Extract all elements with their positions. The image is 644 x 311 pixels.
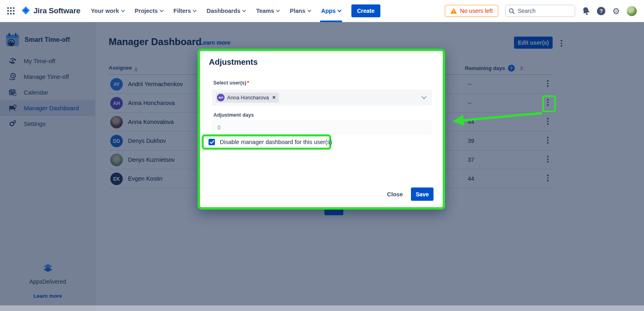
- adjustment-days-label: Adjustment days: [213, 112, 254, 118]
- chevron-down-icon: [276, 8, 280, 12]
- jira-logo[interactable]: Jira Software: [21, 6, 80, 16]
- warning-label: No users left: [460, 8, 493, 14]
- nav-item-filters[interactable]: Filters: [173, 0, 196, 22]
- annotation-arrow: [443, 105, 548, 128]
- adjustments-modal: Adjustments Select user(s)* AH Anna Honc…: [198, 49, 445, 210]
- app-window: Jira Software Your work Projects Filters…: [0, 0, 644, 311]
- no-users-left-button[interactable]: No users left: [445, 5, 498, 17]
- nav-right-cluster: No users left ? ⚙: [445, 5, 637, 17]
- settings-gear-icon[interactable]: ⚙: [612, 7, 620, 15]
- user-avatar[interactable]: [627, 6, 637, 16]
- chevron-down-icon: [121, 8, 125, 12]
- help-icon[interactable]: ?: [597, 7, 605, 15]
- modal-title: Adjustments: [209, 58, 258, 67]
- chevron-down-icon[interactable]: [421, 94, 427, 99]
- create-button[interactable]: Create: [351, 4, 380, 17]
- nav-item-projects[interactable]: Projects: [135, 0, 163, 22]
- select-users-label: Select user(s)*: [213, 80, 249, 86]
- notifications-bell-icon[interactable]: [581, 6, 591, 16]
- nav-menu: Your work Projects Filters Dashboards Te…: [91, 0, 341, 22]
- select-users-field[interactable]: AH Anna Honcharova ✕: [212, 90, 432, 105]
- selected-user-chip: AH Anna Honcharova ✕: [216, 93, 279, 103]
- top-navigation-bar: Jira Software Your work Projects Filters…: [0, 0, 644, 22]
- disable-dashboard-checkbox[interactable]: [208, 139, 215, 145]
- modal-footer: Close Save: [387, 187, 434, 201]
- close-button[interactable]: Close: [387, 191, 403, 198]
- chevron-down-icon: [337, 8, 341, 12]
- nav-item-plans[interactable]: Plans: [290, 0, 311, 22]
- nav-item-apps[interactable]: Apps: [321, 0, 341, 22]
- chevron-down-icon: [242, 8, 246, 12]
- warning-triangle-icon: [450, 8, 457, 14]
- horizontal-scrollbar-track[interactable]: [0, 305, 644, 311]
- search-box[interactable]: [505, 5, 575, 17]
- nav-item-teams[interactable]: Teams: [256, 0, 279, 22]
- chevron-down-icon: [193, 8, 197, 12]
- page-body: Smart Time-off My Time-off: [0, 22, 644, 311]
- chevron-down-icon: [307, 8, 311, 12]
- nav-item-dashboards[interactable]: Dashboards: [206, 0, 246, 22]
- chip-remove-icon[interactable]: ✕: [272, 95, 276, 100]
- nav-item-your-work[interactable]: Your work: [91, 0, 124, 22]
- checkbox-label: Disable manager dashboard for this user(…: [220, 139, 332, 145]
- chip-user-name: Anna Honcharova: [227, 95, 269, 101]
- checkmark-icon: [210, 140, 214, 144]
- checkbox-annotation-box: Disable manager dashboard for this user(…: [202, 134, 331, 150]
- logo-text: Jira Software: [33, 6, 80, 15]
- search-icon: [509, 8, 515, 14]
- adjustment-days-input[interactable]: [212, 121, 432, 134]
- required-asterisk: *: [247, 80, 249, 86]
- chip-avatar: AH: [217, 94, 225, 101]
- app-switcher-icon[interactable]: [7, 7, 14, 14]
- save-button[interactable]: Save: [411, 187, 433, 201]
- chevron-down-icon: [159, 8, 163, 12]
- search-input[interactable]: [518, 8, 566, 14]
- jira-diamond-icon: [21, 6, 31, 16]
